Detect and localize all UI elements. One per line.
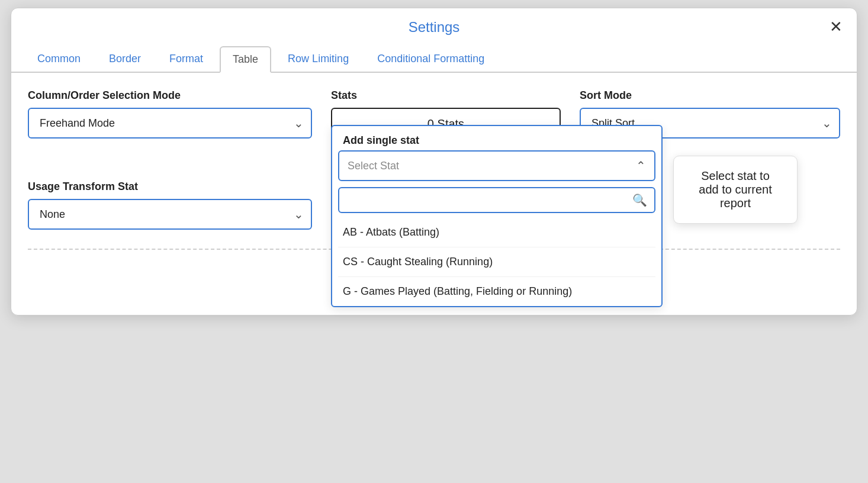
close-button[interactable]: ✕ xyxy=(830,19,843,34)
tooltip-text: Select stat to add to current report xyxy=(699,169,771,210)
modal-body: Column/Order Selection Mode Freehand Mod… xyxy=(11,73,857,313)
usage-transform-select-wrapper: None ⌄ xyxy=(28,199,312,230)
tab-format[interactable]: Format xyxy=(157,47,215,73)
column-order-select[interactable]: Freehand Mode xyxy=(28,108,312,139)
stat-search-input[interactable] xyxy=(346,194,632,207)
modal-backdrop: Settings ✕ Common Border Format Table Ro… xyxy=(11,8,857,475)
usage-transform-section: Usage Transform Stat None ⌄ xyxy=(28,181,312,230)
tab-bar: Common Border Format Table Row Limiting … xyxy=(11,46,857,73)
tooltip-box: Select stat to add to current report xyxy=(673,156,798,224)
usage-transform-select[interactable]: None xyxy=(28,199,312,230)
add-single-stat-label: Add single stat xyxy=(332,126,661,150)
modal-header: Settings ✕ xyxy=(11,8,857,46)
tab-table[interactable]: Table xyxy=(220,46,271,73)
stat-dropdown-panel: Add single stat Select Stat ⌃ 🔍 AB - Atb… xyxy=(331,125,663,307)
select-stat-placeholder: Select Stat xyxy=(339,153,628,179)
stats-section: Stats 0 Stats Add single stat Select Sta… xyxy=(331,89,561,140)
column-order-section: Column/Order Selection Mode Freehand Mod… xyxy=(28,89,312,139)
stats-label: Stats xyxy=(331,89,561,102)
tab-row-limiting[interactable]: Row Limiting xyxy=(276,47,361,73)
stat-list: AB - Atbats (Batting) CS - Caught Steali… xyxy=(332,218,661,306)
column-order-label: Column/Order Selection Mode xyxy=(28,89,312,102)
usage-transform-label: Usage Transform Stat xyxy=(28,181,312,193)
tab-border[interactable]: Border xyxy=(97,47,153,73)
modal-title: Settings xyxy=(409,19,460,36)
tab-common[interactable]: Common xyxy=(25,47,92,73)
column-order-select-wrapper: Freehand Mode ⌄ xyxy=(28,108,312,139)
select-stat-chevron-icon[interactable]: ⌃ xyxy=(628,152,654,180)
search-row: 🔍 xyxy=(338,187,655,213)
search-icon: 🔍 xyxy=(632,193,647,207)
stat-item-g[interactable]: G - Games Played (Batting, Fielding or R… xyxy=(338,277,655,306)
tab-conditional-formatting[interactable]: Conditional Formatting xyxy=(365,47,496,73)
stat-item-cs[interactable]: CS - Caught Stealing (Running) xyxy=(338,247,655,277)
sort-mode-label: Sort Mode xyxy=(580,89,840,102)
select-stat-row: Select Stat ⌃ xyxy=(338,150,655,181)
settings-modal: Settings ✕ Common Border Format Table Ro… xyxy=(11,8,857,315)
stat-item-ab[interactable]: AB - Atbats (Batting) xyxy=(338,218,655,247)
body-grid: Column/Order Selection Mode Freehand Mod… xyxy=(28,89,840,140)
